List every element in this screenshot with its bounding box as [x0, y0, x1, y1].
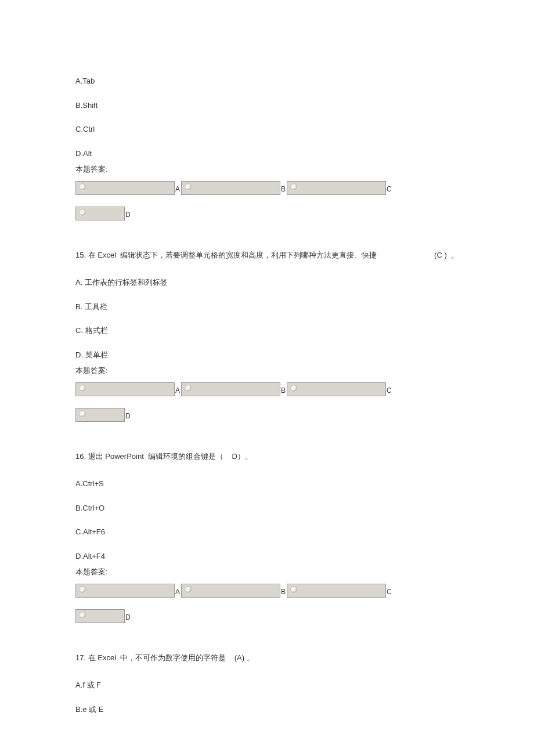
q17-option-b: B.e 或 E — [75, 704, 459, 715]
q15-radio-a[interactable] — [75, 382, 175, 396]
q14-radio-d[interactable] — [75, 207, 125, 220]
q17-text: 17. 在 Excel 中，不可作为数字使用的字符是 (A) 。 — [75, 652, 459, 664]
q16-letter-d: D — [125, 612, 131, 623]
q16-answer-grid: A B C D — [75, 584, 459, 635]
q14-answer-label: 本题答案: — [75, 164, 459, 175]
q16-radio-d[interactable] — [75, 609, 125, 623]
q16-option-d: D.Alt+F4 — [75, 551, 459, 562]
radio-icon — [79, 385, 86, 392]
q14-letter-d: D — [125, 209, 131, 220]
q15-option-d: D. 菜单栏 — [75, 349, 459, 361]
q15-option-c: C. 格式栏 — [75, 325, 459, 337]
q14-radio-b[interactable] — [181, 181, 280, 195]
q17-suffix: (A) 。 — [234, 652, 254, 664]
q16-option-b: B.Ctrl+O — [75, 502, 459, 514]
q15-option-b: B. 工具栏 — [75, 301, 459, 313]
radio-icon — [290, 183, 297, 190]
radio-icon — [290, 586, 297, 593]
q15-letter-d: D — [125, 411, 131, 422]
q15-radio-d[interactable] — [75, 408, 125, 422]
q16-option-c: C.Alt+F6 — [75, 526, 459, 538]
q15-radio-b[interactable] — [181, 382, 280, 396]
q14-radio-c[interactable] — [287, 181, 386, 195]
q16-answer-label: 本题答案: — [75, 566, 459, 578]
radio-icon — [79, 586, 86, 593]
q16-option-a: A.Ctrl+S — [75, 478, 459, 490]
q15-suffix: (C ) 。 — [434, 249, 459, 261]
q17-prefix: 17. 在 Excel 中，不可作为数字使用的字符是 — [75, 652, 226, 664]
radio-icon — [79, 209, 86, 216]
q14-letter-a: A — [175, 184, 180, 195]
radio-icon — [79, 612, 86, 618]
radio-icon — [185, 586, 192, 593]
q14-option-c: C.Ctrl — [75, 124, 459, 135]
radio-icon — [79, 183, 86, 190]
q16-text: 16. 退出 PowerPoint 编辑环境的组合键是（ D）。 — [75, 451, 459, 462]
q14-option-a: A.Tab — [75, 75, 459, 87]
q15-text: 15. 在 Excel 编辑状态下，若要调整单元格的宽度和高度，利用下列哪种方法… — [75, 249, 459, 261]
q15-radio-c[interactable] — [287, 382, 386, 396]
q17-option-a: A.f 或 F — [75, 679, 459, 691]
q14-radio-a[interactable] — [75, 181, 175, 195]
q15-letter-b: B — [281, 385, 286, 396]
q16-text-content: 16. 退出 PowerPoint 编辑环境的组合键是（ D）。 — [75, 451, 252, 462]
q15-answer-grid: A B C D — [75, 382, 459, 433]
q16-letter-a: A — [175, 587, 180, 598]
radio-icon — [79, 410, 86, 417]
q15-answer-label: 本题答案: — [75, 365, 459, 377]
q16-radio-c[interactable] — [287, 584, 386, 598]
radio-icon — [290, 385, 297, 392]
q14-option-d: D.Alt — [75, 148, 459, 160]
radio-icon — [185, 385, 192, 392]
q16-letter-c: C — [387, 587, 392, 598]
q14-option-b: B.Shift — [75, 100, 459, 111]
q15-option-a: A. 工作表的行标签和列标签 — [75, 277, 459, 288]
q14-answer-grid: A B C D — [75, 181, 459, 232]
radio-icon — [185, 183, 192, 190]
q14-letter-c: C — [387, 184, 392, 195]
q16-radio-a[interactable] — [75, 584, 175, 598]
q14-letter-b: B — [281, 184, 286, 195]
q15-letter-c: C — [387, 385, 392, 396]
q16-letter-b: B — [281, 587, 286, 598]
q16-radio-b[interactable] — [181, 584, 280, 598]
q15-letter-a: A — [175, 385, 180, 396]
q15-prefix: 15. 在 Excel 编辑状态下，若要调整单元格的宽度和高度，利用下列哪种方法… — [75, 249, 377, 261]
